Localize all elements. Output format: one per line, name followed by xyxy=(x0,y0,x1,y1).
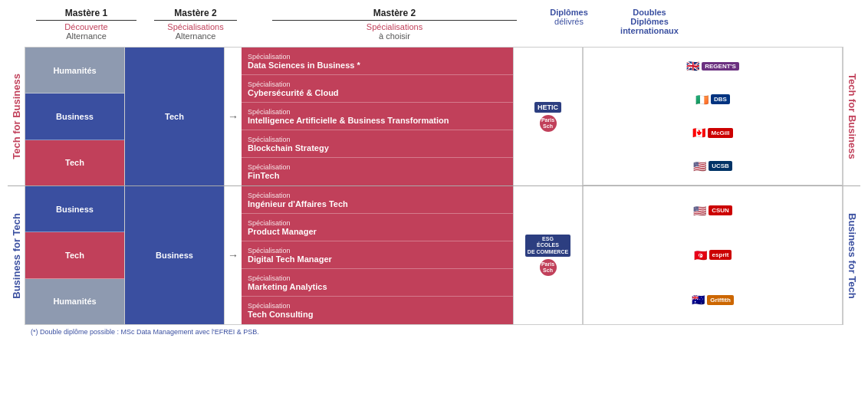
doubles-title: Doubles xyxy=(607,8,692,17)
tech-spec-2: Spécialisation Cybersécurité & Cloud xyxy=(242,75,513,103)
tech-m1-business: Business xyxy=(25,94,124,139)
bus-intl-1: 🇺🇸 CSUN xyxy=(693,205,732,217)
right-tech-label-text: Tech for Business xyxy=(843,71,860,162)
m2b-sub2: à choisir xyxy=(258,31,531,41)
bus-spec-4: Spécialisation Marketing Analytics xyxy=(242,269,513,297)
header-m2b: Mastère 2 Spécialisations à choisir xyxy=(258,8,531,41)
m1-sub1: Découverte xyxy=(31,22,142,31)
doubles-sub1: Diplômes xyxy=(607,17,692,26)
tech-section: Humanités Business Tech Tech → Spécialis… xyxy=(25,47,843,186)
bus-spec-3: Spécialisation Digital Tech Manager xyxy=(242,241,513,269)
bus-logos: ESGÉCOLESDE COMMERCE ParisSch xyxy=(514,186,582,324)
bus-m1-humanites: Humanités xyxy=(25,279,124,324)
left-business-label: Business for Tech xyxy=(8,186,25,325)
bus-diplomes-col: ESGÉCOLESDE COMMERCE ParisSch xyxy=(514,186,583,324)
bus-spec-2: Spécialisation Product Manager xyxy=(242,214,513,241)
diplomes-title: Diplômes xyxy=(534,8,603,17)
tech-spec-5: Spécialisation FinTech xyxy=(242,158,513,185)
m2a-sub2: Alternance xyxy=(150,31,242,41)
left-tech-label: Tech for Business xyxy=(8,47,25,186)
tech-spec-3: Spécialisation Intelligence Artificielle… xyxy=(242,103,513,130)
bus-logo-paris8: ParisSch xyxy=(540,259,557,276)
business-label-text: Business for Tech xyxy=(8,210,25,302)
tech-spec-4: Spécialisation Blockchain Strategy xyxy=(242,130,513,158)
tech-label-text: Tech for Business xyxy=(8,71,25,162)
tech-intl-4: 🇺🇸 UCSB xyxy=(693,160,732,172)
tech-diplomes-col: HETIC ParisSch xyxy=(514,48,583,185)
tech-arrow: → xyxy=(225,48,242,185)
diplomes-sub: délivrés xyxy=(534,17,603,26)
doubles-sub2: internationaux xyxy=(607,26,692,35)
m2a-title: Mastère 2 xyxy=(150,8,242,18)
bus-arrow: → xyxy=(225,186,242,324)
tech-logos: HETIC ParisSch xyxy=(514,48,582,185)
bus-m1-business: Business xyxy=(25,186,124,232)
tech-intl-2: 🇮🇪 DBS xyxy=(695,94,730,106)
tech-m2-cells: Tech xyxy=(125,48,225,185)
m1-title: Mastère 1 xyxy=(31,8,142,18)
main-container: Mastère 1 Découverte Alternance Mastère … xyxy=(0,0,868,340)
tech-logo-paris8: ParisSch xyxy=(540,115,557,132)
bus-spec-col: Spécialisation Ingénieur d'Affaires Tech… xyxy=(242,186,514,324)
bus-spec-1: Spécialisation Ingénieur d'Affaires Tech xyxy=(242,186,513,214)
tech-logo-hetic: HETIC xyxy=(534,102,561,113)
bus-m1-cells: Business Tech Humanités xyxy=(25,186,125,324)
bus-intl-3: 🇦🇺 Griffith xyxy=(692,294,734,306)
right-business-label-text: Business for Tech xyxy=(843,210,860,302)
header-m1: Mastère 1 Découverte Alternance xyxy=(31,8,142,41)
bus-m2-cells: Business xyxy=(125,186,225,324)
header-doubles: Doubles Diplômes internationaux xyxy=(607,8,692,35)
left-labels: Tech for Business Business for Tech xyxy=(8,47,25,325)
tech-m1-tech: Tech xyxy=(25,140,124,185)
tech-m1-humanites: Humanités xyxy=(25,48,124,94)
header-diplomes: Diplômes délivrés xyxy=(534,8,603,26)
tech-doubles-col: 🇬🇧 REGENT'S 🇮🇪 DBS 🇨🇦 McGill 🇺🇸 UCSB xyxy=(583,48,843,185)
tech-spec-col: Spécialisation Data Sciences in Business… xyxy=(242,48,514,185)
right-labels: Tech for Business Business for Tech xyxy=(843,47,860,325)
right-business-label: Business for Tech xyxy=(843,186,860,325)
bus-doubles-col: 🇺🇸 CSUN 🇹🇳 esprit 🇦🇺 Griffith xyxy=(583,186,843,324)
m2b-sub1: Spécialisations xyxy=(258,22,531,31)
bus-spec-5: Spécialisation Tech Consulting xyxy=(242,297,513,324)
tech-m1-cells: Humanités Business Tech xyxy=(25,48,125,185)
header-m2a: Mastère 2 Spécialisations Alternance xyxy=(150,8,242,41)
bus-intl-2: 🇹🇳 esprit xyxy=(694,249,732,261)
m2a-sub1: Spécialisations xyxy=(150,22,242,31)
header-row: Mastère 1 Découverte Alternance Mastère … xyxy=(8,8,860,41)
footnote: (*) Double diplôme possible : MSc Data M… xyxy=(8,328,860,336)
bus-m1-tech: Tech xyxy=(25,232,124,278)
m1-sub2: Alternance xyxy=(31,31,142,41)
tech-intl-1: 🇬🇧 REGENT'S xyxy=(686,60,739,72)
tech-m2-tech: Tech xyxy=(125,48,224,185)
bus-logo-esg: ESGÉCOLESDE COMMERCE xyxy=(525,235,570,257)
bus-m2-business: Business xyxy=(125,186,224,324)
right-tech-label: Tech for Business xyxy=(843,47,860,186)
business-section: Business Tech Humanités Business → Spéci… xyxy=(25,186,843,325)
tech-intl-3: 🇨🇦 McGill xyxy=(692,126,732,139)
tech-spec-1: Spécialisation Data Sciences in Business… xyxy=(242,48,513,75)
m2b-title: Mastère 2 xyxy=(258,8,531,18)
content-wrapper: Tech for Business Business for Tech Huma… xyxy=(8,47,860,325)
outer-content: Humanités Business Tech Tech → Spécialis… xyxy=(25,47,843,325)
